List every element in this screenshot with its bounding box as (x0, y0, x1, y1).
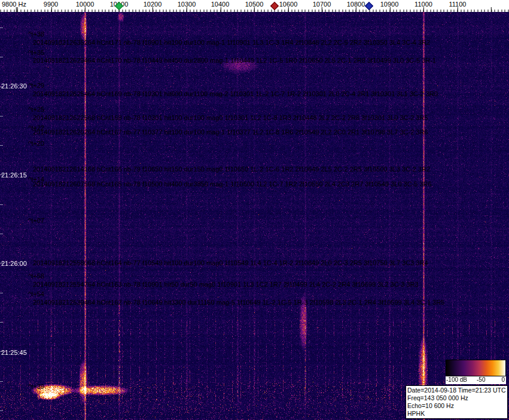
log-time-marker: ^t+25 (28, 106, 44, 113)
freq-tick-label: 10900 (380, 1, 399, 8)
meteor-echo-spectrogram-app: 9800 Hz 9900 10000 10100 10200 10300 104… (0, 0, 509, 420)
time-label: 21:26:30 (1, 82, 27, 90)
color-scale-labels: -100 dB -50 0 (446, 376, 506, 384)
info-date-time: Date=2014-09-18 Time=21:23 UTC (407, 387, 506, 394)
log-detection-line: 20140918212539464 hCnt162 nb-78 f10649 h… (33, 299, 444, 306)
log-detection-line: 20140918212625464 hCnt169 nb-78 f10301 h… (33, 90, 438, 97)
info-frequency: Freq=143 050 000 Hz (407, 394, 506, 402)
log-time-marker: ^t+54 (28, 290, 44, 298)
legend-min-label: -100 dB (446, 376, 467, 383)
freq-tick-label: 9900 (44, 1, 58, 8)
db-color-scale: -100 dB -50 0 (446, 360, 506, 384)
log-detection-line: 20140918212635264 hCnt171 nb-78 f10901 h… (33, 39, 430, 46)
freq-tick-label: 10700 (313, 1, 331, 8)
log-time-marker: ^t+35 (28, 49, 44, 56)
info-echo-freq: Echo=10 600 Hz (407, 402, 506, 410)
log-time-marker: ^t+07 (28, 217, 44, 224)
log-time-marker: ^t+20 (28, 140, 44, 147)
color-gradient-bar (446, 360, 506, 376)
freq-tick-label: 11100 (449, 1, 467, 8)
freq-tick-label: 9800 Hz (2, 1, 26, 8)
legend-mid-label: -50 (477, 376, 485, 383)
legend-max-label: 0 (501, 376, 505, 383)
freq-tick-label: 10400 (211, 1, 230, 8)
freq-tick-label: 10000 (76, 1, 95, 8)
time-label: 21:26:00 (1, 260, 27, 267)
log-time-marker: ^t+39 (28, 383, 44, 390)
freq-tick-label: 10200 (144, 1, 162, 8)
log-detection-line: 20140918212622568 hCnt168 nb-78 f10301 h… (33, 114, 428, 121)
ruler-major-ticks (0, 7, 509, 12)
log-detection-line: 20140918212629464 hCnt170 nb-78 f10449 h… (33, 57, 436, 64)
frequency-ruler: 9800 Hz 9900 10000 10100 10200 10300 104… (0, 0, 509, 12)
freq-tick-label: 10300 (178, 1, 196, 8)
log-time-marker: ^t+29 (28, 82, 44, 89)
log-detection-line: 20140918212614168 hCnt166 nb-79 f10650 h… (33, 165, 430, 173)
freq-tick-label: 11000 (414, 1, 432, 8)
time-label: 21:25:45 (1, 349, 27, 356)
log-detection-line: 20140918212558068 hCnt164 nb-77 f10549 h… (33, 259, 428, 266)
status-info-box: Date=2014-09-18 Time=21:23 UTC Freq=143 … (406, 385, 508, 419)
time-label: 21:26:15 (1, 171, 27, 179)
log-detection-line: 20140918212620264 hCnt167 nb-77 f10377 h… (33, 128, 428, 136)
log-time-marker: ^t+58 (28, 272, 44, 280)
freq-tick-label: 10600 (279, 1, 298, 8)
freq-tick-label: 10800 (347, 1, 365, 8)
freq-tick-label: 10500 (245, 1, 264, 8)
spectrogram-canvas (0, 12, 509, 420)
log-detection-line: 20140918212607568 hCnt165 nb-78 f10500 h… (33, 180, 432, 188)
time-axis-ticks (0, 12, 3, 420)
info-station-id: HPHK (407, 410, 506, 418)
log-time-marker: ^t+38 (28, 30, 44, 38)
log-detection-line: 20140918212554764 hCnt163 nb-78 f10901 h… (33, 281, 419, 288)
